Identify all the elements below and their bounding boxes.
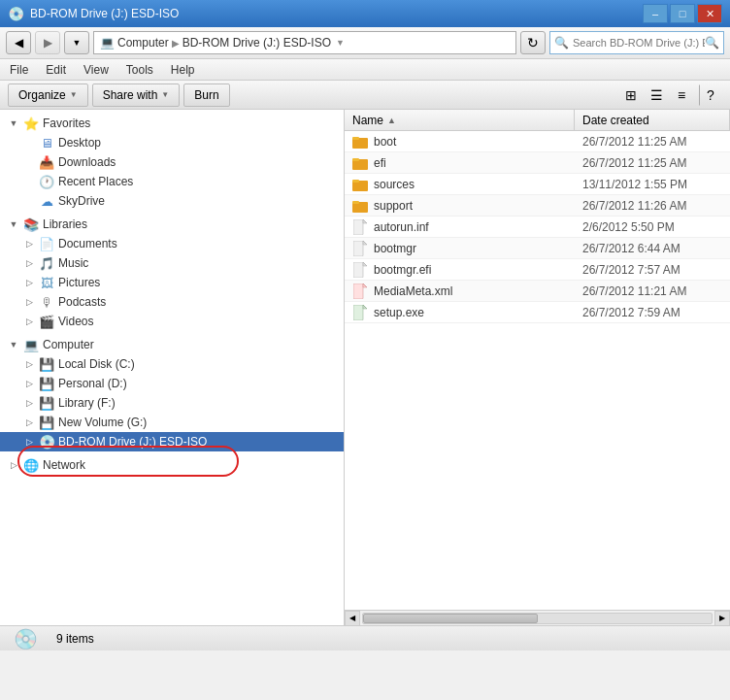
share-with-button[interactable]: Share with ▼ [92,83,181,107]
file-list-header: Name ▲ Date created [345,110,730,131]
file-date-cell: 13/11/2012 1:55 PM [575,178,730,191]
organize-button[interactable]: Organize ▼ [8,83,88,107]
file-date-cell: 2/6/2012 5:50 PM [575,220,730,234]
exe-file-icon [352,305,368,320]
hscroll-track[interactable] [362,613,713,624]
sidebar-item-pictures[interactable]: ▷ 🖼 Pictures [0,273,344,292]
back-button[interactable]: ◀ [6,31,31,54]
svg-rect-7 [352,201,359,204]
help-button[interactable]: ? [699,84,722,106]
address-computer: Computer [117,36,169,50]
status-item-count: 9 items [56,632,94,646]
table-row[interactable]: bootmgr.efi 26/7/2012 7:57 AM [345,259,730,281]
address-sep: ▶ [172,38,180,49]
table-row[interactable]: MediaMeta.xml 26/7/2012 11:21 AM [345,281,730,302]
sidebar-item-documents[interactable]: ▷ 📄 Documents [0,234,344,253]
hscroll-right-arrow[interactable]: ▶ [714,611,730,626]
skydrive-icon: ☁ [39,193,54,209]
burn-label: Burn [194,88,218,102]
minimize-button[interactable]: – [643,4,668,23]
search-input[interactable] [573,37,705,49]
search-submit-button[interactable]: 🔍 [705,36,719,50]
personal-d-expand-icon: ▷ [21,376,37,391]
sidebar-item-skydrive[interactable]: ☁ SkyDrive [0,191,344,211]
forward-button[interactable]: ▶ [35,31,60,54]
burn-button[interactable]: Burn [183,83,229,107]
sidebar: ▼ ⭐ Favorites 🖥 Desktop 📥 Downloads 🕐 Re… [0,110,345,625]
window-icon: 💿 [8,6,24,21]
computer-icon: 💻 [23,337,39,352]
new-volume-g-label: New Volume (G:) [58,416,147,429]
menu-edit[interactable]: Edit [42,61,70,79]
network-expand-icon: ▷ [6,457,21,473]
menu-view[interactable]: View [80,61,113,79]
folder-icon [352,134,368,150]
file-name: MediaMeta.xml [374,284,452,298]
sidebar-item-videos[interactable]: ▷ 🎬 Videos [0,312,344,331]
menu-file[interactable]: File [6,61,32,79]
sidebar-item-desktop[interactable]: 🖥 Desktop [0,133,344,152]
skydrive-expand-icon [21,193,37,209]
table-row[interactable]: sources 13/11/2012 1:55 PM [345,174,730,195]
pictures-icon: 🖼 [39,275,54,290]
sidebar-item-network[interactable]: ▷ 🌐 Network [0,455,344,475]
sidebar-item-recent[interactable]: 🕐 Recent Places [0,172,344,191]
table-row[interactable]: setup.exe 26/7/2012 7:59 AM [345,302,730,323]
address-bar: ◀ ▶ ▼ 💻 Computer ▶ BD-ROM Drive (J:) ESD… [0,27,730,58]
folder-icon [352,155,368,171]
hscroll-left-arrow[interactable]: ◀ [345,611,360,626]
svg-rect-11 [353,241,363,256]
address-box[interactable]: 💻 Computer ▶ BD-ROM Drive (J:) ESD-ISO ▼ [93,31,516,54]
sidebar-item-new-volume-g[interactable]: ▷ 💾 New Volume (G:) [0,413,344,432]
hscroll-thumb[interactable] [363,614,538,623]
hscroll-area[interactable]: ◀ ▶ [345,610,730,625]
svg-rect-3 [352,158,359,161]
file-name: boot [374,135,396,149]
file-date: 2/6/2012 5:50 PM [582,220,675,234]
svg-rect-14 [353,262,363,278]
podcasts-label: Podcasts [58,295,106,309]
sidebar-item-personal-d[interactable]: ▷ 💾 Personal (D:) [0,374,344,393]
bdrom-j-icon: 💿 [39,434,54,450]
menu-help[interactable]: Help [167,61,199,79]
menu-tools[interactable]: Tools [122,61,157,79]
view-details-button[interactable]: ≡ [670,84,693,106]
file-name-cell: autorun.inf [345,219,575,235]
view-tiles-button[interactable]: ⊞ [619,84,643,106]
svg-rect-1 [352,137,359,140]
local-c-label: Local Disk (C:) [58,357,135,371]
favorites-icon: ⭐ [23,116,39,131]
sidebar-item-music[interactable]: ▷ 🎵 Music [0,253,344,273]
close-button[interactable]: ✕ [697,4,722,23]
folder-icon [352,177,368,192]
recent-pages-button[interactable]: ▼ [64,31,89,54]
table-row[interactable]: autorun.inf 2/6/2012 5:50 PM [345,217,730,238]
title-bar: 💿 BD-ROM Drive (J:) ESD-ISO – □ ✕ [0,0,730,27]
downloads-expand-icon [21,154,37,170]
file-icon [352,219,368,235]
pictures-expand-icon: ▷ [21,275,37,290]
search-box[interactable]: 🔍 🔍 [549,31,724,54]
bdrom-j-label: BD-ROM Drive (J:) ESD-ISO [58,435,207,449]
table-row[interactable]: bootmgr 26/7/2012 6:44 AM [345,238,730,259]
maximize-button[interactable]: □ [670,4,695,23]
file-date-cell: 26/7/2012 11:25 AM [575,135,730,149]
col-header-name[interactable]: Name ▲ [345,110,575,131]
sidebar-item-computer[interactable]: ▼ 💻 Computer [0,335,344,354]
file-icon [352,241,368,256]
table-row[interactable]: boot 26/7/2012 11:25 AM [345,131,730,152]
sidebar-item-libraries[interactable]: ▼ 📚 Libraries [0,215,344,234]
libraries-label: Libraries [43,217,87,231]
table-row[interactable]: efi 26/7/2012 11:25 AM [345,152,730,174]
table-row[interactable]: support 26/7/2012 11:26 AM [345,195,730,217]
sidebar-item-favorites[interactable]: ▼ ⭐ Favorites [0,114,344,133]
sidebar-item-podcasts[interactable]: ▷ 🎙 Podcasts [0,292,344,312]
view-list-button[interactable]: ☰ [645,84,668,106]
sidebar-item-local-c[interactable]: ▷ 💾 Local Disk (C:) [0,354,344,374]
sidebar-item-library-f[interactable]: ▷ 💾 Library (F:) [0,393,344,413]
file-date: 26/7/2012 11:25 AM [582,156,686,170]
col-header-date[interactable]: Date created [575,110,730,131]
sidebar-item-bdrom-j[interactable]: ▷ 💿 BD-ROM Drive (J:) ESD-ISO [0,432,344,451]
sidebar-item-downloads[interactable]: 📥 Downloads [0,152,344,172]
refresh-button[interactable]: ↻ [520,31,546,54]
